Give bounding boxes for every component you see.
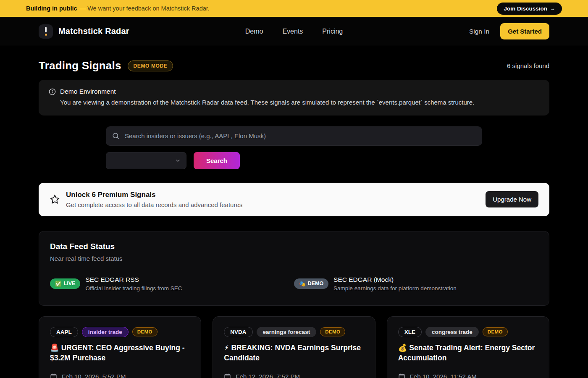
info-icon — [49, 88, 56, 95]
announcement-rest: — We want your feedback on Matchstick Ra… — [80, 5, 210, 12]
upgrade-now-button[interactable]: Upgrade Now — [486, 191, 538, 207]
page-title: Trading Signals — [39, 59, 121, 72]
announcement-banner: Building in public— We want your feedbac… — [0, 0, 588, 17]
ticker-badge: AAPL — [50, 327, 78, 337]
feed-description: Sample earnings data for platform demons… — [333, 285, 457, 291]
chevron-down-icon — [175, 158, 181, 164]
feed-status-title: Data Feed Status — [50, 242, 538, 251]
signal-date: Feb 10, 2026, 5:52 PM — [62, 373, 126, 378]
masks-icon: 🎭 — [299, 281, 306, 287]
demo-status-badge: 🎭 DEMO — [294, 278, 328, 289]
search-button[interactable]: Search — [194, 152, 240, 169]
arrow-right-icon: → — [550, 5, 555, 11]
premium-banner: Unlock 6 Premium Signals Get complete ac… — [39, 183, 549, 216]
signal-type-badge: congress trade — [425, 327, 479, 337]
signal-card-xle[interactable]: XLE congress trade DEMO 💰 Senate Trading… — [387, 316, 549, 378]
join-discussion-button[interactable]: Join Discussion → — [497, 3, 562, 15]
notice-body: You are viewing a demonstration of the M… — [49, 98, 539, 108]
search-input[interactable] — [106, 126, 482, 146]
signal-title: 🚨 URGENT: CEO Aggressive Buying - $3.2M … — [50, 343, 190, 364]
signal-title: ⚡ BREAKING: NVDA Earnings Surprise Candi… — [224, 343, 364, 364]
ticker-badge: NVDA — [224, 327, 252, 337]
demo-mode-badge: DEMO MODE — [128, 60, 173, 71]
signal-date: Feb 10, 2026, 11:52 AM — [410, 373, 477, 378]
filter-select[interactable] — [106, 152, 186, 169]
check-icon: ✅ — [55, 281, 62, 287]
calendar-icon — [50, 373, 57, 378]
main-nav: Demo Events Pricing — [245, 28, 343, 35]
matchstick-logo-icon — [39, 24, 53, 39]
nav-demo[interactable]: Demo — [245, 28, 263, 35]
star-icon — [50, 194, 60, 205]
demo-environment-notice: Demo Environment You are viewing a demon… — [39, 80, 549, 116]
header-actions: Sign In Get Started — [343, 23, 549, 39]
demo-badge: DEMO — [483, 327, 508, 336]
signal-title: 💰 Senate Trading Alert: Energy Sector Ac… — [398, 343, 538, 364]
nav-pricing[interactable]: Pricing — [322, 28, 343, 35]
data-feed-status-card: Data Feed Status Near real-time feed sta… — [39, 231, 549, 306]
signal-card-nvda[interactable]: NVDA earnings forecast DEMO ⚡ BREAKING: … — [213, 316, 375, 378]
premium-title: Unlock 6 Premium Signals — [66, 191, 242, 199]
notice-title: Demo Environment — [60, 88, 116, 95]
join-discussion-label: Join Discussion — [504, 5, 547, 12]
signal-type-badge: earnings forecast — [257, 327, 317, 337]
premium-subtitle: Get complete access to all data records … — [66, 201, 242, 208]
live-status-badge: ✅ LIVE — [50, 278, 80, 289]
search-icon — [112, 132, 120, 140]
demo-badge: DEMO — [320, 327, 345, 336]
calendar-icon — [224, 373, 231, 378]
brand[interactable]: Matchstick Radar — [39, 24, 245, 39]
signal-type-badge: insider trade — [82, 327, 129, 337]
sign-in-link[interactable]: Sign In — [469, 28, 489, 35]
announcement-bold: Building in public — [26, 5, 77, 12]
demo-badge: DEMO — [132, 327, 158, 336]
feed-description: Official insider trading filings from SE… — [85, 285, 182, 291]
feed-name: SEC EDGAR (Mock) — [333, 276, 457, 284]
search-section: Search — [106, 126, 482, 169]
feed-status-subtitle: Near real-time feed status — [50, 255, 538, 262]
brand-name: Matchstick Radar — [58, 26, 129, 36]
main-content: Trading Signals DEMO MODE 6 signals foun… — [0, 59, 588, 378]
announcement-text: Building in public— We want your feedbac… — [26, 5, 210, 12]
site-header: Matchstick Radar Demo Events Pricing Sig… — [0, 17, 588, 46]
nav-events[interactable]: Events — [282, 28, 303, 35]
signal-cards-grid: AAPL insider trade DEMO 🚨 URGENT: CEO Ag… — [39, 316, 549, 378]
calendar-icon — [398, 373, 405, 378]
signal-date: Feb 12, 2026, 7:52 PM — [236, 373, 300, 378]
feed-item-sec-edgar-mock: 🎭 DEMO SEC EDGAR (Mock) Sample earnings … — [294, 276, 538, 291]
feed-item-sec-edgar-rss: ✅ LIVE SEC EDGAR RSS Official insider tr… — [50, 276, 294, 291]
ticker-badge: XLE — [398, 327, 422, 337]
get-started-button[interactable]: Get Started — [500, 23, 549, 39]
feed-name: SEC EDGAR RSS — [85, 276, 182, 284]
results-count: 6 signals found — [507, 62, 549, 69]
page-title-row: Trading Signals DEMO MODE 6 signals foun… — [39, 59, 549, 72]
signal-card-aapl[interactable]: AAPL insider trade DEMO 🚨 URGENT: CEO Ag… — [39, 316, 201, 378]
page: Building in public— We want your feedbac… — [0, 0, 588, 378]
